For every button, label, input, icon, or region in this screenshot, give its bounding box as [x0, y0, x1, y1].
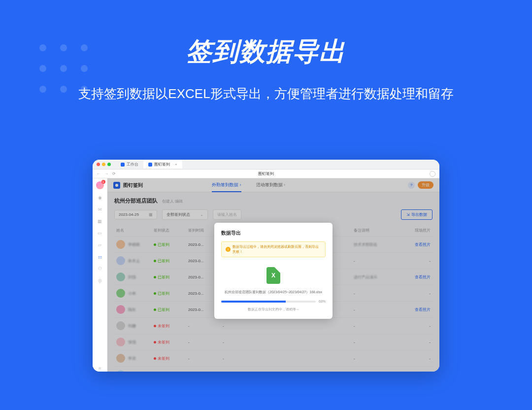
main-content: 图钉签到 外勤签到数据 › 活动签到数据 › ? 升级 杭州分部巡店团队 创建人…	[107, 178, 439, 372]
excel-file-icon: X	[266, 267, 280, 284]
forward-icon[interactable]: →	[104, 171, 108, 176]
close-icon[interactable]: ×	[175, 162, 177, 167]
tab-pin-signin[interactable]: 图钉签到 ×	[143, 160, 182, 169]
apps-icon[interactable]: ⚏	[97, 253, 103, 260]
contacts-icon[interactable]: ⚇	[97, 265, 103, 272]
progress-bar: 68%	[221, 300, 326, 303]
doc-icon[interactable]: ▦	[97, 218, 103, 225]
discover-icon[interactable]: ◎	[97, 277, 103, 284]
messages-icon[interactable]: ◉	[97, 194, 103, 201]
browser-navbar: ← → ⟳ 图钉签到	[93, 170, 439, 178]
more-icon[interactable]	[430, 171, 435, 177]
export-filename: 杭州分部巡店团队签到数据（2023/04/25~2023/04/27）168.x…	[221, 290, 326, 295]
tab-label: 图钉签到	[154, 162, 170, 167]
mail-icon[interactable]: ✉	[97, 206, 103, 213]
progress-percent: 68%	[319, 300, 326, 303]
window-chrome: 工作台 图钉签到 ×	[93, 160, 439, 170]
traffic-lights[interactable]	[97, 163, 111, 166]
modal-overlay: 数据导出 ! 数据导出过程中，请勿关闭浏览器或刷新页面，否则导出失败！ X 杭州…	[107, 178, 439, 372]
close-icon[interactable]	[97, 163, 100, 166]
warning-icon: !	[226, 247, 231, 252]
export-modal: 数据导出 ! 数据导出过程中，请勿关闭浏览器或刷新页面，否则导出失败！ X 杭州…	[214, 223, 332, 319]
minimize-icon[interactable]	[102, 163, 105, 166]
folder-icon[interactable]: ▱	[97, 241, 103, 248]
page-title: 图钉签到	[258, 171, 274, 176]
menu-icon[interactable]: ≡	[97, 365, 103, 372]
back-icon[interactable]: ←	[97, 171, 100, 176]
decorative-dots	[39, 44, 88, 106]
app-icon	[121, 163, 125, 167]
maximize-icon[interactable]	[107, 163, 111, 166]
app-icon	[148, 163, 152, 167]
tab-workbench[interactable]: 工作台	[116, 160, 143, 169]
progress-message: 数据正在导出到文档中，请稍等～	[221, 307, 326, 312]
modal-title: 数据导出	[221, 230, 326, 237]
tab-label: 工作台	[127, 162, 138, 167]
app-window: 工作台 图钉签到 × ← → ⟳ 图钉签到 ◉ ✉ ▦ ▭ ▱ ⚏ ⚇ ◎ ≡	[93, 160, 439, 372]
warning-banner: ! 数据导出过程中，请勿关闭浏览器或刷新页面，否则导出失败！	[221, 241, 326, 257]
refresh-icon[interactable]: ⟳	[112, 171, 116, 176]
sidebar: ◉ ✉ ▦ ▭ ▱ ⚏ ⚇ ◎ ≡	[93, 178, 107, 372]
user-avatar[interactable]	[96, 181, 104, 189]
calendar-icon[interactable]: ▭	[97, 230, 103, 237]
